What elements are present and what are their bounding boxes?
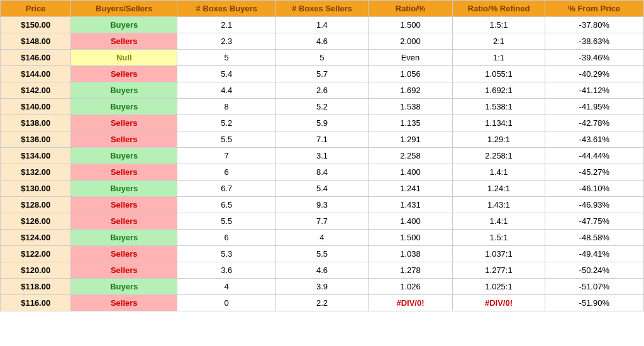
cell-ratio: 1.431 [368, 197, 453, 213]
cell-price: $136.00 [1, 131, 71, 148]
table-row: $126.00Sellers5.57.71.4001.4:1-47.75% [1, 213, 644, 230]
cell-buyers-sellers: Sellers [71, 295, 177, 311]
cell-boxes-sellers: 3.1 [276, 148, 368, 164]
cell-boxes-buyers: 2.1 [177, 17, 276, 33]
cell-boxes-buyers: 5.4 [177, 66, 276, 82]
table-row: $140.00Buyers85.21.5381.538:1-41.95% [1, 99, 644, 115]
cell-ratio: 1.538 [368, 99, 453, 115]
header-from-price: % From Price [545, 1, 643, 17]
cell-buyers-sellers: Sellers [71, 164, 177, 181]
cell-from-price: -44.44% [545, 148, 643, 164]
cell-from-price: -50.24% [545, 262, 643, 279]
table-row: $134.00Buyers73.12.2582.258:1-44.44% [1, 148, 644, 164]
table-row: $116.00Sellers02.2#DIV/0!#DIV/0!-51.90% [1, 295, 644, 311]
cell-buyers-sellers: Sellers [71, 246, 177, 262]
cell-price: $120.00 [1, 262, 71, 279]
cell-buyers-sellers: Sellers [71, 213, 177, 230]
cell-boxes-sellers: 1.4 [276, 17, 368, 33]
cell-boxes-sellers: 5.7 [276, 66, 368, 82]
cell-boxes-buyers: 0 [177, 295, 276, 311]
cell-ratio: 1.056 [368, 66, 453, 82]
cell-ratio-refined: 1.692:1 [453, 82, 545, 99]
cell-price: $134.00 [1, 148, 71, 164]
price-table: Price Buyers/Sellers # Boxes Buyers # Bo… [0, 0, 644, 311]
cell-ratio-refined: 1.43:1 [453, 197, 545, 213]
cell-ratio-refined: 1.134:1 [453, 115, 545, 131]
cell-from-price: -45.27% [545, 164, 643, 181]
cell-boxes-buyers: 4 [177, 279, 276, 295]
cell-boxes-buyers: 3.6 [177, 262, 276, 279]
cell-ratio-refined: 1.037:1 [453, 246, 545, 262]
main-table-container: Price Buyers/Sellers # Boxes Buyers # Bo… [0, 0, 644, 311]
table-row: $120.00Sellers3.64.61.2781.277:1-50.24% [1, 262, 644, 279]
cell-ratio-refined: 1.277:1 [453, 262, 545, 279]
cell-boxes-buyers: 5.2 [177, 115, 276, 131]
cell-price: $146.00 [1, 50, 71, 66]
cell-ratio-refined: 1.538:1 [453, 99, 545, 115]
cell-ratio-refined: #DIV/0! [453, 295, 545, 311]
cell-from-price: -51.90% [545, 295, 643, 311]
cell-ratio: 2.000 [368, 33, 453, 50]
cell-price: $130.00 [1, 181, 71, 197]
cell-ratio: 1.500 [368, 17, 453, 33]
div-error-icon: #DIV/0! [396, 298, 424, 308]
table-row: $144.00Sellers5.45.71.0561.055:1-40.29% [1, 66, 644, 82]
cell-boxes-sellers: 5.4 [276, 181, 368, 197]
header-buyers-sellers: Buyers/Sellers [71, 1, 177, 17]
table-row: $132.00Sellers68.41.4001.4:1-45.27% [1, 164, 644, 181]
cell-from-price: -37.80% [545, 17, 643, 33]
cell-ratio-refined: 1.055:1 [453, 66, 545, 82]
cell-buyers-sellers: Buyers [71, 181, 177, 197]
cell-ratio-refined: 1.24:1 [453, 181, 545, 197]
cell-price: $126.00 [1, 213, 71, 230]
cell-boxes-sellers: 7.7 [276, 213, 368, 230]
cell-price: $124.00 [1, 230, 71, 246]
cell-price: $128.00 [1, 197, 71, 213]
cell-boxes-sellers: 3.9 [276, 279, 368, 295]
header-row: Price Buyers/Sellers # Boxes Buyers # Bo… [1, 1, 644, 17]
table-row: $138.00Sellers5.25.91.1351.134:1-42.78% [1, 115, 644, 131]
cell-boxes-sellers: 9.3 [276, 197, 368, 213]
cell-from-price: -43.61% [545, 131, 643, 148]
header-boxes-buyers: # Boxes Buyers [177, 1, 276, 17]
cell-boxes-sellers: 7.1 [276, 131, 368, 148]
cell-boxes-buyers: 6 [177, 164, 276, 181]
cell-buyers-sellers: Sellers [71, 66, 177, 82]
cell-ratio: 1.500 [368, 230, 453, 246]
cell-buyers-sellers: Sellers [71, 197, 177, 213]
cell-ratio: 1.278 [368, 262, 453, 279]
cell-boxes-buyers: 5.5 [177, 213, 276, 230]
cell-from-price: -39.46% [545, 50, 643, 66]
cell-from-price: -46.93% [545, 197, 643, 213]
cell-from-price: -46.10% [545, 181, 643, 197]
cell-boxes-sellers: 4 [276, 230, 368, 246]
cell-boxes-buyers: 6 [177, 230, 276, 246]
cell-boxes-sellers: 5.9 [276, 115, 368, 131]
header-boxes-sellers: # Boxes Sellers [276, 1, 368, 17]
cell-ratio: 1.400 [368, 213, 453, 230]
cell-ratio-refined: 1.5:1 [453, 17, 545, 33]
cell-buyers-sellers: Sellers [71, 115, 177, 131]
cell-boxes-buyers: 5 [177, 50, 276, 66]
cell-ratio-refined: 1.025:1 [453, 279, 545, 295]
cell-ratio: 1.038 [368, 246, 453, 262]
cell-price: $118.00 [1, 279, 71, 295]
cell-ratio: #DIV/0! [368, 295, 453, 311]
cell-ratio-refined: 2:1 [453, 33, 545, 50]
cell-buyers-sellers: Buyers [71, 230, 177, 246]
cell-price: $144.00 [1, 66, 71, 82]
cell-boxes-sellers: 5 [276, 50, 368, 66]
cell-ratio-refined: 1.4:1 [453, 213, 545, 230]
cell-boxes-sellers: 5.2 [276, 99, 368, 115]
cell-boxes-sellers: 2.6 [276, 82, 368, 99]
cell-boxes-buyers: 6.7 [177, 181, 276, 197]
cell-price: $142.00 [1, 82, 71, 99]
header-price: Price [1, 1, 71, 17]
cell-ratio: 1.400 [368, 164, 453, 181]
cell-buyers-sellers: Sellers [71, 33, 177, 50]
table-row: $146.00Null55Even1:1-39.46% [1, 50, 644, 66]
cell-buyers-sellers: Null [71, 50, 177, 66]
cell-ratio: 1.026 [368, 279, 453, 295]
header-ratio: Ratio/% [368, 1, 453, 17]
cell-boxes-buyers: 5.3 [177, 246, 276, 262]
